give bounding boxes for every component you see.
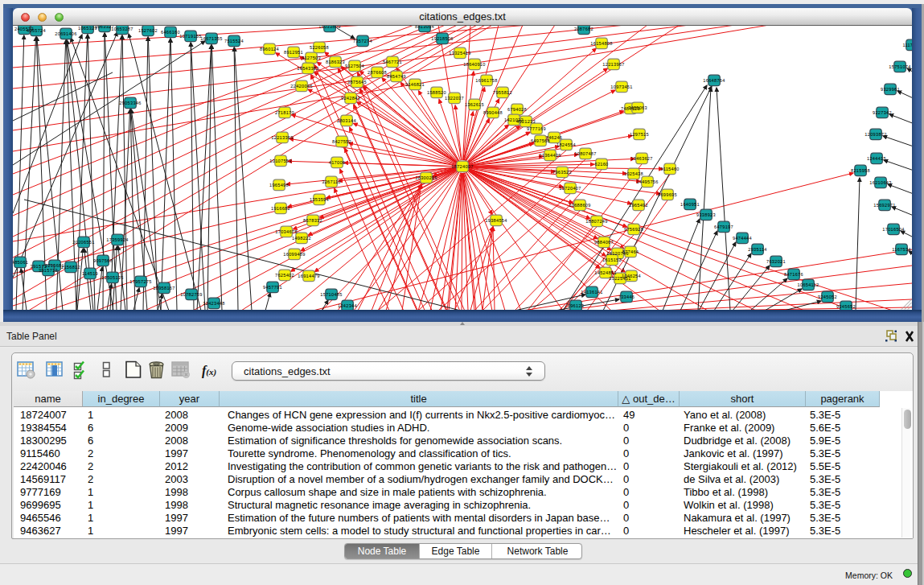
svg-text:9329961: 9329961 <box>881 87 900 92</box>
svg-text:21364436: 21364436 <box>539 153 561 158</box>
svg-text:8471676: 8471676 <box>784 272 803 277</box>
svg-text:1498222: 1498222 <box>292 236 311 241</box>
svg-text:1640951: 1640951 <box>680 202 700 207</box>
svg-text:16033809: 16033809 <box>318 26 340 29</box>
svg-text:16210643: 16210643 <box>869 180 891 185</box>
svg-text:10107553: 10107553 <box>269 159 291 163</box>
svg-text:8813054: 8813054 <box>415 26 434 29</box>
svg-text:22420046: 22420046 <box>290 84 312 89</box>
svg-text:9338923: 9338923 <box>696 212 716 217</box>
svg-text:1297515: 1297515 <box>630 132 649 137</box>
svg-text:12213967: 12213967 <box>602 62 624 67</box>
svg-text:9699695: 9699695 <box>658 192 677 197</box>
svg-text:16154808: 16154808 <box>590 41 612 46</box>
svg-text:7625402: 7625402 <box>275 273 294 278</box>
svg-text:12505135: 12505135 <box>101 275 123 280</box>
svg-text:10782759: 10782759 <box>180 292 202 297</box>
svg-text:2087682: 2087682 <box>574 27 593 31</box>
svg-text:16961758: 16961758 <box>475 78 497 83</box>
svg-text:14524851: 14524851 <box>594 270 616 275</box>
svg-text:12213369: 12213369 <box>271 135 293 140</box>
svg-text:1615152: 1615152 <box>602 257 622 262</box>
svg-text:10688609: 10688609 <box>569 203 590 208</box>
svg-text:9457791: 9457791 <box>263 285 282 290</box>
svg-text:9097568: 9097568 <box>93 258 113 263</box>
svg-text:1117341: 1117341 <box>902 43 912 47</box>
svg-text:1046254: 1046254 <box>622 274 641 278</box>
svg-text:1362615: 1362615 <box>465 102 484 107</box>
svg-text:18300295: 18300295 <box>415 175 437 180</box>
svg-text:17034678: 17034678 <box>275 229 297 234</box>
svg-text:10958167: 10958167 <box>153 286 175 290</box>
svg-text:10973451: 10973451 <box>610 84 632 89</box>
svg-text:8215958: 8215958 <box>851 168 870 173</box>
svg-text:17359924: 17359924 <box>106 237 128 242</box>
svg-text:18640910: 18640910 <box>463 62 485 67</box>
svg-text:7485063: 7485063 <box>628 105 647 110</box>
svg-text:2876608: 2876608 <box>368 70 387 75</box>
svg-text:19384554: 19384554 <box>485 218 507 223</box>
svg-text:19463627: 19463627 <box>630 156 652 161</box>
svg-text:1167534: 1167534 <box>892 247 910 252</box>
svg-text:1965498: 1965498 <box>269 183 289 187</box>
svg-text:14495756: 14495756 <box>636 179 658 184</box>
svg-text:8186323: 8186323 <box>326 60 345 64</box>
svg-text:5467721: 5467721 <box>383 60 402 64</box>
svg-text:14136141: 14136141 <box>581 290 602 295</box>
svg-text:15692971: 15692971 <box>873 203 895 208</box>
svg-text:17957275: 17957275 <box>129 279 151 284</box>
svg-text:1824554: 1824554 <box>556 142 576 147</box>
svg-text:10653287: 10653287 <box>111 27 133 31</box>
svg-text:6466160: 6466160 <box>161 30 180 35</box>
svg-text:1322037: 1322037 <box>445 96 464 101</box>
svg-text:5226058: 5226058 <box>310 45 329 50</box>
svg-text:12093872: 12093872 <box>864 132 886 137</box>
svg-text:3267110: 3267110 <box>322 179 340 184</box>
svg-text:3875645: 3875645 <box>347 80 367 84</box>
svg-text:7955812: 7955812 <box>493 90 512 95</box>
svg-text:10654112: 10654112 <box>798 282 819 287</box>
svg-text:19218506: 19218506 <box>431 36 453 41</box>
svg-text:16914479: 16914479 <box>298 274 319 278</box>
svg-text:7357274: 7357274 <box>353 39 372 43</box>
svg-text:9245052: 9245052 <box>818 295 837 299</box>
svg-text:6479197: 6479197 <box>714 225 733 229</box>
svg-text:20691406: 20691406 <box>55 31 76 36</box>
svg-text:9127504: 9127504 <box>345 64 364 68</box>
svg-text:1242344: 1242344 <box>338 303 357 308</box>
svg-text:8427552: 8427552 <box>332 139 351 144</box>
svg-text:15710485: 15710485 <box>320 292 342 297</box>
svg-text:16671355: 16671355 <box>200 36 222 41</box>
svg-text:20206551: 20206551 <box>72 240 94 245</box>
svg-text:9115460: 9115460 <box>660 167 679 171</box>
svg-text:996123: 996123 <box>568 303 584 308</box>
svg-text:13325419: 13325419 <box>449 51 470 56</box>
svg-text:9884067: 9884067 <box>594 240 614 245</box>
svg-text:29053346: 29053346 <box>119 101 141 105</box>
svg-text:9474444: 9474444 <box>733 236 752 241</box>
svg-text:1527602: 1527602 <box>138 28 158 33</box>
svg-text:2935114: 2935114 <box>748 247 766 252</box>
svg-text:746246: 746246 <box>546 135 562 140</box>
svg-text:17016504: 17016504 <box>882 227 904 232</box>
svg-text:6794028: 6794028 <box>507 107 527 112</box>
svg-text:114519: 114519 <box>82 271 98 276</box>
svg-text:1588520: 1588520 <box>427 90 446 95</box>
svg-text:7632021: 7632021 <box>766 259 786 264</box>
svg-text:9146821: 9146821 <box>405 82 425 87</box>
svg-text:9245652: 9245652 <box>836 304 856 309</box>
svg-text:62160: 62160 <box>594 162 608 167</box>
svg-text:1025438: 1025438 <box>624 171 643 176</box>
svg-text:9242843: 9242843 <box>341 96 360 101</box>
svg-text:9756928: 9756928 <box>624 227 643 232</box>
svg-text:2803144: 2803144 <box>337 118 356 123</box>
svg-text:1916682: 1916682 <box>271 206 290 211</box>
svg-text:733446: 733446 <box>618 295 634 299</box>
svg-text:1353594: 1353594 <box>310 197 329 202</box>
svg-text:16099489: 16099489 <box>283 252 305 257</box>
svg-text:8990448: 8990448 <box>483 110 503 115</box>
svg-text:18807249: 18807249 <box>585 219 607 224</box>
svg-text:7963522: 7963522 <box>552 170 572 175</box>
svg-text:15720407: 15720407 <box>559 186 581 191</box>
svg-text:9127503: 9127503 <box>302 56 321 60</box>
